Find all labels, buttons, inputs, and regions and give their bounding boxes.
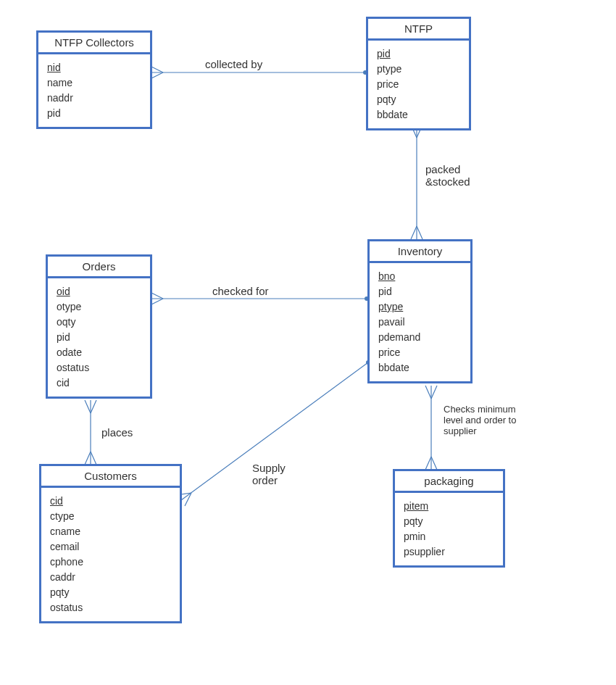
- entity-title: Customers: [41, 466, 180, 488]
- attr: cname: [50, 524, 171, 539]
- entity-ntfp: NTFP pid ptype price pqty bbdate: [366, 17, 471, 130]
- attr: pqty: [404, 514, 494, 529]
- attr: ctype: [50, 509, 171, 524]
- attr: naddr: [47, 91, 141, 106]
- entity-body: oid otype oqty pid odate ostatus cid: [48, 278, 150, 397]
- entity-customers: Customers cid ctype cname cemail cphone …: [39, 464, 182, 623]
- entity-body: nid name naddr pid: [38, 54, 150, 127]
- attr: cemail: [50, 539, 171, 555]
- entity-title: Orders: [48, 257, 150, 278]
- attr: pavail: [378, 315, 462, 330]
- entity-orders: Orders oid otype oqty pid odate ostatus …: [46, 254, 152, 399]
- attr: pqty: [50, 585, 171, 600]
- attr: bbdate: [377, 107, 460, 123]
- attr: pqty: [377, 92, 460, 107]
- attr: pmin: [404, 529, 494, 544]
- attr: pid: [47, 106, 141, 121]
- attr: pitem: [404, 499, 494, 514]
- attr: odate: [57, 345, 141, 360]
- entity-ntfp-collectors: NTFP Collectors nid name naddr pid: [36, 30, 152, 129]
- entity-title: NTFP Collectors: [38, 33, 150, 54]
- entity-title: packaging: [395, 471, 503, 493]
- attr: ptype: [378, 299, 462, 315]
- attr: pid: [378, 284, 462, 299]
- attr: bbdate: [378, 360, 462, 375]
- attr: name: [47, 75, 141, 91]
- attr: nid: [47, 60, 141, 75]
- attr: price: [377, 77, 460, 92]
- attr: cid: [57, 375, 141, 391]
- attr: cphone: [50, 555, 171, 570]
- attr: psupplier: [404, 544, 494, 560]
- entity-title: NTFP: [368, 19, 469, 41]
- attr: pdemand: [378, 330, 462, 345]
- entity-body: pid ptype price pqty bbdate: [368, 41, 469, 128]
- attr: cid: [50, 494, 171, 509]
- entity-body: bno pid ptype pavail pdemand price bbdat…: [370, 263, 470, 381]
- rel-places: places: [101, 426, 133, 439]
- rel-checked-for: checked for: [212, 285, 269, 297]
- entity-packaging: packaging pitem pqty pmin psupplier: [393, 469, 505, 568]
- attr: pid: [57, 330, 141, 345]
- attr: ostatus: [57, 360, 141, 375]
- entity-body: pitem pqty pmin psupplier: [395, 493, 503, 565]
- entity-body: cid ctype cname cemail cphone caddr pqty…: [41, 488, 180, 621]
- entity-inventory: Inventory bno pid ptype pavail pdemand p…: [367, 239, 473, 383]
- rel-checks-min: Checks minimum level and order to suppli…: [444, 404, 516, 436]
- entity-title: Inventory: [370, 241, 470, 263]
- rel-packed-stocked: packed &stocked: [425, 163, 470, 188]
- attr: otype: [57, 299, 141, 315]
- attr: bno: [378, 269, 462, 284]
- rel-collected-by: collected by: [205, 58, 262, 70]
- attr: price: [378, 345, 462, 360]
- attr: caddr: [50, 570, 171, 585]
- attr: oqty: [57, 315, 141, 330]
- attr: ptype: [377, 62, 460, 77]
- attr: oid: [57, 284, 141, 299]
- attr: pid: [377, 46, 460, 62]
- attr: ostatus: [50, 600, 171, 615]
- rel-supply-order: Supply order: [252, 462, 286, 486]
